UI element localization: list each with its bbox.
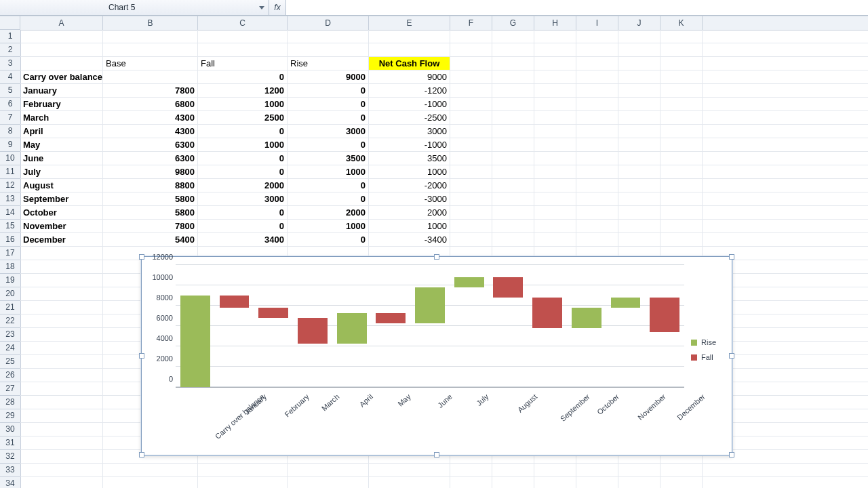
column-header[interactable]: E bbox=[369, 16, 450, 30]
cell[interactable] bbox=[660, 206, 703, 219]
legend-item-fall[interactable]: Fall bbox=[691, 353, 724, 361]
cell[interactable]: 1000 bbox=[288, 165, 369, 178]
cell[interactable] bbox=[534, 152, 576, 165]
cell[interactable] bbox=[618, 206, 660, 219]
row-header[interactable]: 21 bbox=[0, 301, 20, 314]
select-all-corner[interactable] bbox=[0, 16, 20, 30]
cell[interactable]: 1000 bbox=[369, 220, 450, 232]
cell[interactable] bbox=[534, 111, 576, 124]
cell[interactable]: 0 bbox=[288, 233, 369, 246]
cell[interactable] bbox=[618, 165, 660, 178]
cell[interactable] bbox=[288, 464, 369, 476]
cell[interactable] bbox=[369, 464, 450, 476]
bar-fall[interactable] bbox=[220, 296, 250, 308]
cell[interactable] bbox=[20, 369, 103, 382]
resize-handle[interactable] bbox=[139, 254, 144, 260]
cell[interactable] bbox=[618, 84, 660, 97]
cell[interactable] bbox=[618, 111, 660, 124]
cell[interactable] bbox=[450, 111, 492, 124]
column-header[interactable]: H bbox=[534, 16, 576, 30]
cell[interactable] bbox=[450, 192, 492, 205]
cell[interactable]: Net Cash Flow bbox=[369, 57, 450, 70]
cell[interactable]: 0 bbox=[198, 125, 288, 138]
row-header[interactable]: 13 bbox=[0, 192, 20, 206]
cell[interactable] bbox=[450, 98, 492, 110]
cell[interactable] bbox=[103, 70, 198, 83]
cell[interactable] bbox=[660, 233, 703, 246]
cell[interactable]: 7800 bbox=[103, 220, 198, 232]
cell[interactable] bbox=[450, 30, 492, 43]
cell[interactable] bbox=[450, 477, 492, 488]
cell[interactable] bbox=[20, 342, 103, 354]
cell[interactable] bbox=[20, 301, 103, 314]
cell[interactable] bbox=[660, 220, 703, 232]
cell[interactable]: 4300 bbox=[103, 125, 198, 138]
cell[interactable] bbox=[534, 57, 576, 70]
cell[interactable]: -3400 bbox=[369, 233, 450, 246]
cell[interactable]: -3000 bbox=[369, 192, 450, 205]
cell[interactable] bbox=[20, 328, 103, 341]
bar-rise[interactable] bbox=[415, 287, 445, 323]
row-header[interactable]: 11 bbox=[0, 165, 20, 179]
cell[interactable] bbox=[492, 84, 534, 97]
cell[interactable] bbox=[492, 125, 534, 138]
cell[interactable] bbox=[576, 165, 618, 178]
cell[interactable] bbox=[450, 125, 492, 138]
cell[interactable]: -2000 bbox=[369, 179, 450, 192]
resize-handle[interactable] bbox=[139, 452, 144, 458]
cell[interactable] bbox=[534, 233, 576, 246]
resize-handle[interactable] bbox=[729, 254, 734, 260]
cell[interactable]: 2000 bbox=[369, 206, 450, 219]
cell[interactable] bbox=[103, 43, 198, 56]
cell[interactable] bbox=[618, 98, 660, 110]
cell[interactable]: 4300 bbox=[103, 111, 198, 124]
cell[interactable] bbox=[20, 355, 103, 368]
cell[interactable]: 3500 bbox=[288, 152, 369, 165]
cell[interactable] bbox=[369, 43, 450, 56]
row-header[interactable]: 15 bbox=[0, 220, 20, 233]
cell[interactable]: 0 bbox=[288, 98, 369, 110]
cell[interactable] bbox=[576, 125, 618, 138]
cell[interactable] bbox=[492, 111, 534, 124]
cell[interactable] bbox=[660, 138, 703, 151]
cell[interactable]: 0 bbox=[288, 84, 369, 97]
cell[interactable] bbox=[618, 57, 660, 70]
cell[interactable] bbox=[450, 70, 492, 83]
cell[interactable]: 0 bbox=[198, 165, 288, 178]
resize-handle[interactable] bbox=[434, 452, 439, 458]
cell[interactable] bbox=[618, 220, 660, 232]
row-header[interactable]: 2 bbox=[0, 43, 20, 57]
cell[interactable]: 3000 bbox=[369, 125, 450, 138]
cell[interactable] bbox=[660, 464, 703, 476]
cell[interactable]: 9000 bbox=[369, 70, 450, 83]
bar-fall[interactable] bbox=[493, 277, 523, 298]
cell[interactable] bbox=[450, 220, 492, 232]
cell[interactable] bbox=[492, 30, 534, 43]
cell[interactable]: 0 bbox=[288, 138, 369, 151]
row-header[interactable]: 31 bbox=[0, 436, 20, 450]
cell[interactable] bbox=[492, 43, 534, 56]
cell[interactable] bbox=[618, 138, 660, 151]
row-header[interactable]: 7 bbox=[0, 111, 20, 125]
cell[interactable]: 0 bbox=[198, 152, 288, 165]
cell[interactable]: April bbox=[20, 125, 103, 138]
bar-fall[interactable] bbox=[532, 298, 562, 328]
cell[interactable] bbox=[20, 477, 103, 488]
cell[interactable] bbox=[660, 30, 703, 43]
cell[interactable] bbox=[450, 57, 492, 70]
cell[interactable] bbox=[20, 464, 103, 476]
cell[interactable] bbox=[618, 179, 660, 192]
cell[interactable]: 0 bbox=[288, 192, 369, 205]
column-header[interactable]: D bbox=[288, 16, 369, 30]
bar-fall[interactable] bbox=[298, 318, 328, 344]
cell[interactable] bbox=[576, 30, 618, 43]
cell[interactable] bbox=[20, 274, 103, 287]
row-header[interactable]: 14 bbox=[0, 206, 20, 220]
row-header[interactable]: 26 bbox=[0, 369, 20, 382]
cell[interactable] bbox=[534, 464, 576, 476]
cell[interactable] bbox=[450, 152, 492, 165]
cell[interactable] bbox=[534, 165, 576, 178]
cell[interactable]: 1000 bbox=[198, 98, 288, 110]
cell[interactable] bbox=[576, 152, 618, 165]
cell[interactable]: 1000 bbox=[369, 165, 450, 178]
